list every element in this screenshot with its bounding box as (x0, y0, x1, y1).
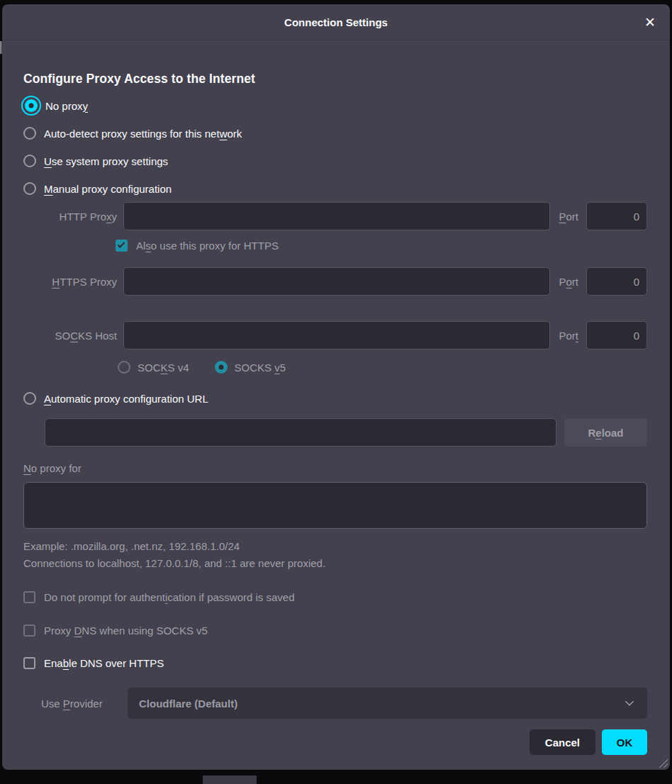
localhost-note-text: Connections to localhost, 127.0.0.1/8, a… (23, 557, 647, 569)
access-key: M (44, 183, 53, 195)
radio-button-icon (23, 392, 36, 405)
label-text: SOCKS (235, 362, 275, 374)
label-text: No prox (45, 100, 83, 112)
use-provider-label: Use Provider (41, 698, 128, 710)
access-key: H (52, 276, 60, 288)
access-key: y (83, 100, 89, 112)
label-text: NS when using SOCKS v5 (82, 625, 208, 637)
https-port-label: Port (559, 276, 578, 288)
radio-button-icon (23, 127, 36, 140)
label-text: Auto-detect proxy settings for this net (44, 128, 220, 140)
http-proxy-row: HTTP Proxy Port (23, 202, 647, 230)
checkbox-icon (23, 625, 35, 637)
radio-no-proxy[interactable]: No proxy (23, 98, 647, 113)
no-proxy-for-label: No proxy for (23, 462, 647, 476)
no-proxy-for-textarea[interactable] (23, 482, 647, 529)
access-key: U (44, 155, 52, 167)
label-text: KS Host (78, 330, 117, 342)
socks-v5-label: SOCKS v5 (235, 362, 286, 374)
label-text: HTTP Pro (60, 211, 106, 223)
label-text: SOC (138, 362, 161, 374)
radio-manual-label: Manual proxy configuration (44, 183, 172, 195)
https-proxy-row: HTTPS Proxy Port (23, 267, 647, 296)
also-https-checkbox-row: Also use this proxy for HTTPS (116, 237, 647, 253)
access-key: s (145, 240, 151, 252)
checkbox-icon (23, 657, 35, 669)
close-button[interactable]: ✕ (642, 13, 659, 32)
access-key: P (559, 211, 566, 223)
proxy-dns-checkbox-row: Proxy DNS when using SOCKS v5 (23, 622, 647, 638)
chevron-down-icon (623, 697, 636, 710)
socks-host-input (123, 321, 550, 349)
label-text: cation if password is saved (167, 591, 294, 603)
access-key: t (576, 330, 578, 342)
ok-button[interactable]: OK (602, 729, 647, 755)
http-port-label: Port (559, 211, 578, 223)
radio-use-system[interactable]: Use system proxy settings (23, 153, 647, 169)
label-text: utomatic proxy configuration URL (51, 393, 208, 405)
label-text: o use this proxy for HTTPS (151, 240, 279, 252)
radio-button-icon (215, 361, 228, 374)
label-text: rt (572, 276, 578, 288)
access-key: A (44, 393, 51, 405)
radio-no-proxy-label: No proxy (45, 100, 88, 112)
access-key: K (161, 362, 168, 374)
radio-automatic-url-label: Automatic proxy configuration URL (44, 393, 208, 405)
cancel-button[interactable]: Cancel (530, 729, 595, 755)
dialog-titlebar: Connection Settings ✕ (2, 4, 670, 40)
label-text: y (112, 211, 118, 223)
background-page-fragment (203, 775, 257, 784)
also-https-label: Also use this proxy for HTTPS (136, 240, 279, 252)
socks-v4-label: SOCKS v4 (138, 362, 189, 374)
label-text: Ena (44, 657, 63, 669)
https-port-input (586, 267, 647, 296)
label-text: rovider (70, 698, 103, 710)
radio-button-icon (25, 99, 38, 112)
socks-port-input (586, 321, 647, 349)
access-key: D (74, 625, 82, 637)
https-proxy-label: HTTPS Proxy (23, 276, 117, 288)
access-key: N (23, 462, 31, 474)
enable-doh-checkbox-row[interactable]: Enable DNS over HTTPS (23, 655, 647, 671)
dialog-footer: Cancel OK (23, 729, 647, 755)
label-text: P (559, 276, 566, 288)
radio-autodetect[interactable]: Auto-detect proxy settings for this netw… (23, 125, 647, 141)
no-proxy-example-text: Example: .mozilla.org, .net.nz, 192.168.… (23, 540, 647, 552)
radio-button-icon (23, 182, 36, 195)
label-text: 5 (280, 362, 286, 374)
label-text: ort (566, 211, 578, 223)
http-proxy-input (123, 202, 550, 230)
radio-button-icon (23, 155, 36, 167)
checkbox-icon (23, 591, 35, 603)
radio-automatic-url[interactable]: Automatic proxy configuration URL (23, 391, 647, 406)
access-key: o (566, 276, 571, 288)
doh-provider-row: Use Provider Cloudflare (Default) (41, 688, 647, 719)
proxy-dns-label: Proxy DNS when using SOCKS v5 (44, 625, 208, 637)
label-text: R (588, 427, 595, 439)
proxy-mode-radio-group: No proxy Auto-detect proxy settings for … (23, 98, 647, 196)
label-text: Proxy (44, 625, 74, 637)
access-key: v (274, 362, 280, 374)
label-text: le DNS over HTTPS (69, 657, 164, 669)
label-text: anual proxy configuration (53, 183, 172, 195)
access-key: b (63, 657, 69, 669)
dialog-title: Connection Settings (284, 16, 388, 28)
radio-use-system-label: Use system proxy settings (44, 155, 168, 167)
socks-port-label: Port (559, 330, 578, 342)
close-icon: ✕ (644, 15, 656, 30)
no-prompt-auth-checkbox-row: Do not prompt for authentication if pass… (23, 589, 647, 605)
enable-doh-label: Enable DNS over HTTPS (44, 657, 164, 669)
access-key: w (220, 128, 228, 140)
provider-select: Cloudflare (Default) (128, 688, 647, 719)
radio-manual[interactable]: Manual proxy configuration (23, 181, 647, 196)
http-proxy-label: HTTP Proxy (23, 211, 117, 223)
manual-proxy-section: HTTP Proxy Port Also use this proxy for … (23, 202, 647, 375)
provider-selected-value: Cloudflare (Default) (139, 698, 623, 710)
label-text: SO (55, 330, 70, 342)
checkbox-icon (116, 240, 128, 252)
access-key: P (63, 698, 70, 710)
socks-version-radio-group: SOCKS v4 SOCKS v5 (118, 359, 647, 375)
no-prompt-auth-label: Do not prompt for authentication if pass… (44, 591, 295, 603)
access-key: x (106, 211, 112, 223)
label-text: o proxy for (31, 462, 82, 474)
